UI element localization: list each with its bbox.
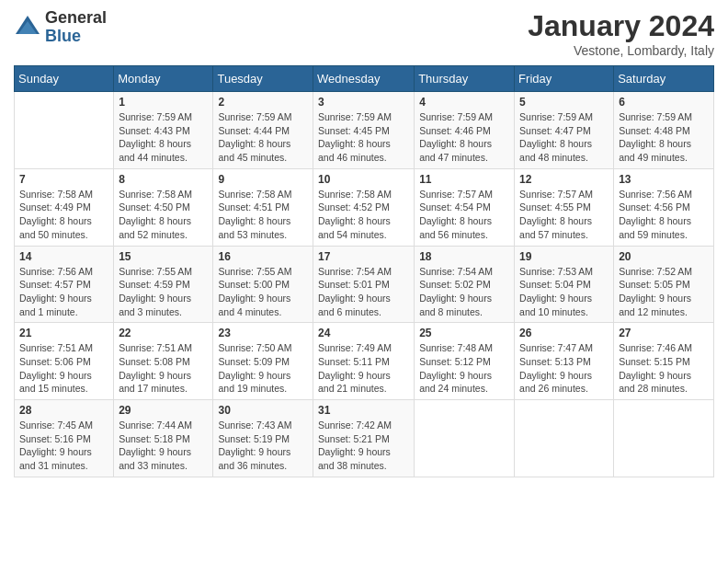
day-info: Sunrise: 7:59 AMSunset: 4:48 PMDaylight:… xyxy=(619,110,709,165)
day-info: Sunrise: 7:58 AMSunset: 4:51 PMDaylight:… xyxy=(218,188,308,242)
calendar-cell: 20Sunrise: 7:52 AMSunset: 5:05 PMDayligh… xyxy=(614,246,714,323)
day-info: Sunrise: 7:42 AMSunset: 5:21 PMDaylight:… xyxy=(318,419,409,473)
weekday-header-wednesday: Wednesday xyxy=(313,66,415,92)
day-info: Sunrise: 7:59 AMSunset: 4:43 PMDaylight:… xyxy=(119,110,208,165)
day-number: 5 xyxy=(519,96,609,109)
calendar-cell: 18Sunrise: 7:54 AMSunset: 5:02 PMDayligh… xyxy=(415,246,515,323)
calendar-week-4: 21Sunrise: 7:51 AMSunset: 5:06 PMDayligh… xyxy=(15,323,714,400)
day-info: Sunrise: 7:58 AMSunset: 4:52 PMDaylight:… xyxy=(318,188,409,242)
day-number: 24 xyxy=(318,327,409,339)
day-info: Sunrise: 7:45 AMSunset: 5:16 PMDaylight:… xyxy=(19,419,108,473)
calendar-cell: 6Sunrise: 7:59 AMSunset: 4:48 PMDaylight… xyxy=(614,92,714,169)
day-info: Sunrise: 7:54 AMSunset: 5:01 PMDaylight:… xyxy=(318,265,409,319)
calendar-table: SundayMondayTuesdayWednesdayThursdayFrid… xyxy=(14,65,714,477)
day-number: 15 xyxy=(119,250,208,263)
calendar-cell: 4Sunrise: 7:59 AMSunset: 4:46 PMDaylight… xyxy=(415,92,515,169)
day-number: 30 xyxy=(218,404,308,417)
weekday-header-row: SundayMondayTuesdayWednesdayThursdayFrid… xyxy=(15,66,714,92)
title-section: January 2024 Vestone, Lombardy, Italy xyxy=(528,9,714,58)
day-number: 25 xyxy=(419,327,509,339)
day-number: 31 xyxy=(318,404,409,417)
calendar-cell: 12Sunrise: 7:57 AMSunset: 4:55 PMDayligh… xyxy=(515,168,614,246)
day-number: 19 xyxy=(519,250,609,263)
location: Vestone, Lombardy, Italy xyxy=(528,43,714,58)
calendar-cell: 28Sunrise: 7:45 AMSunset: 5:16 PMDayligh… xyxy=(15,400,114,477)
day-info: Sunrise: 7:51 AMSunset: 5:08 PMDaylight:… xyxy=(119,341,208,396)
day-info: Sunrise: 7:55 AMSunset: 5:00 PMDaylight:… xyxy=(218,265,308,319)
calendar-cell: 8Sunrise: 7:58 AMSunset: 4:50 PMDaylight… xyxy=(114,168,213,246)
calendar-cell: 2Sunrise: 7:59 AMSunset: 4:44 PMDaylight… xyxy=(213,92,313,169)
day-info: Sunrise: 7:59 AMSunset: 4:46 PMDaylight:… xyxy=(419,110,509,165)
logo-blue-text: Blue xyxy=(45,28,107,46)
day-info: Sunrise: 7:56 AMSunset: 4:56 PMDaylight:… xyxy=(619,188,709,242)
calendar-cell xyxy=(614,400,714,477)
day-info: Sunrise: 7:51 AMSunset: 5:06 PMDaylight:… xyxy=(19,341,108,396)
day-number: 28 xyxy=(19,404,108,417)
day-number: 22 xyxy=(119,327,208,339)
day-info: Sunrise: 7:47 AMSunset: 5:13 PMDaylight:… xyxy=(519,341,609,396)
calendar-cell: 7Sunrise: 7:58 AMSunset: 4:49 PMDaylight… xyxy=(15,168,114,246)
logo-general-text: General xyxy=(45,9,107,28)
day-info: Sunrise: 7:59 AMSunset: 4:45 PMDaylight:… xyxy=(318,110,409,165)
day-info: Sunrise: 7:46 AMSunset: 5:15 PMDaylight:… xyxy=(619,341,709,396)
day-info: Sunrise: 7:58 AMSunset: 4:50 PMDaylight:… xyxy=(119,188,208,242)
calendar-cell: 15Sunrise: 7:55 AMSunset: 4:59 PMDayligh… xyxy=(114,246,213,323)
calendar-cell xyxy=(415,400,515,477)
day-number: 26 xyxy=(519,327,609,339)
day-number: 20 xyxy=(619,250,709,263)
weekday-header-sunday: Sunday xyxy=(15,66,114,92)
calendar-cell xyxy=(15,92,114,169)
weekday-header-thursday: Thursday xyxy=(415,66,515,92)
calendar-cell: 13Sunrise: 7:56 AMSunset: 4:56 PMDayligh… xyxy=(614,168,714,246)
calendar-cell: 25Sunrise: 7:48 AMSunset: 5:12 PMDayligh… xyxy=(415,323,515,400)
day-number: 8 xyxy=(119,173,208,186)
day-number: 9 xyxy=(218,173,308,186)
day-info: Sunrise: 7:49 AMSunset: 5:11 PMDaylight:… xyxy=(318,341,409,396)
day-number: 14 xyxy=(19,250,108,263)
day-number: 29 xyxy=(119,404,208,417)
calendar-cell: 21Sunrise: 7:51 AMSunset: 5:06 PMDayligh… xyxy=(15,323,114,400)
day-number: 18 xyxy=(419,250,509,263)
calendar-week-5: 28Sunrise: 7:45 AMSunset: 5:16 PMDayligh… xyxy=(15,400,714,477)
calendar-cell: 10Sunrise: 7:58 AMSunset: 4:52 PMDayligh… xyxy=(313,168,415,246)
day-number: 10 xyxy=(318,173,409,186)
day-number: 3 xyxy=(318,96,409,109)
calendar-cell: 29Sunrise: 7:44 AMSunset: 5:18 PMDayligh… xyxy=(114,400,213,477)
calendar-cell: 30Sunrise: 7:43 AMSunset: 5:19 PMDayligh… xyxy=(213,400,313,477)
day-number: 2 xyxy=(218,96,308,109)
calendar-cell: 16Sunrise: 7:55 AMSunset: 5:00 PMDayligh… xyxy=(213,246,313,323)
day-info: Sunrise: 7:59 AMSunset: 4:44 PMDaylight:… xyxy=(218,110,308,165)
day-info: Sunrise: 7:48 AMSunset: 5:12 PMDaylight:… xyxy=(419,341,509,396)
day-info: Sunrise: 7:44 AMSunset: 5:18 PMDaylight:… xyxy=(119,419,208,473)
calendar-cell: 19Sunrise: 7:53 AMSunset: 5:04 PMDayligh… xyxy=(515,246,614,323)
calendar-cell: 31Sunrise: 7:42 AMSunset: 5:21 PMDayligh… xyxy=(313,400,415,477)
day-number: 1 xyxy=(119,96,208,109)
calendar-cell: 24Sunrise: 7:49 AMSunset: 5:11 PMDayligh… xyxy=(313,323,415,400)
calendar-cell: 26Sunrise: 7:47 AMSunset: 5:13 PMDayligh… xyxy=(515,323,614,400)
weekday-header-monday: Monday xyxy=(114,66,213,92)
day-number: 6 xyxy=(619,96,709,109)
day-info: Sunrise: 7:58 AMSunset: 4:49 PMDaylight:… xyxy=(19,188,108,242)
day-number: 11 xyxy=(419,173,509,186)
day-info: Sunrise: 7:50 AMSunset: 5:09 PMDaylight:… xyxy=(218,341,308,396)
calendar-cell: 3Sunrise: 7:59 AMSunset: 4:45 PMDaylight… xyxy=(313,92,415,169)
month-title: January 2024 xyxy=(528,9,714,43)
day-info: Sunrise: 7:55 AMSunset: 4:59 PMDaylight:… xyxy=(119,265,208,319)
day-info: Sunrise: 7:52 AMSunset: 5:05 PMDaylight:… xyxy=(619,265,709,319)
logo: General Blue xyxy=(14,9,107,46)
calendar-cell: 17Sunrise: 7:54 AMSunset: 5:01 PMDayligh… xyxy=(313,246,415,323)
weekday-header-saturday: Saturday xyxy=(614,66,714,92)
day-info: Sunrise: 7:54 AMSunset: 5:02 PMDaylight:… xyxy=(419,265,509,319)
weekday-header-tuesday: Tuesday xyxy=(213,66,313,92)
page-container: General Blue January 2024 Vestone, Lomba… xyxy=(0,0,728,487)
day-info: Sunrise: 7:59 AMSunset: 4:47 PMDaylight:… xyxy=(519,110,609,165)
calendar-cell: 14Sunrise: 7:56 AMSunset: 4:57 PMDayligh… xyxy=(15,246,114,323)
day-number: 4 xyxy=(419,96,509,109)
calendar-cell: 11Sunrise: 7:57 AMSunset: 4:54 PMDayligh… xyxy=(415,168,515,246)
calendar-cell: 5Sunrise: 7:59 AMSunset: 4:47 PMDaylight… xyxy=(515,92,614,169)
calendar-cell: 22Sunrise: 7:51 AMSunset: 5:08 PMDayligh… xyxy=(114,323,213,400)
day-number: 16 xyxy=(218,250,308,263)
calendar-cell: 27Sunrise: 7:46 AMSunset: 5:15 PMDayligh… xyxy=(614,323,714,400)
day-info: Sunrise: 7:57 AMSunset: 4:54 PMDaylight:… xyxy=(419,188,509,242)
logo-icon xyxy=(14,14,41,41)
